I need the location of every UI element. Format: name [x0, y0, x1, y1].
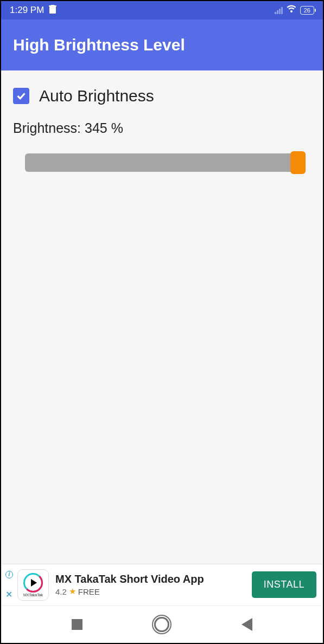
navigation-bar [2, 606, 322, 643]
ad-meta: 4.2 ★ FREE [55, 587, 252, 596]
nav-recents-button[interactable] [66, 614, 88, 635]
ad-banner[interactable]: i ✕ MXTakaTak MX TakaTak Short Video App… [2, 564, 322, 605]
brightness-value-label: Brightness: 345 % [13, 120, 311, 136]
trash-icon [48, 4, 57, 16]
status-left: 1:29 PM [10, 4, 57, 16]
ad-price: FREE [78, 587, 100, 596]
star-icon: ★ [69, 587, 76, 596]
status-time: 1:29 PM [10, 5, 44, 16]
auto-brightness-row[interactable]: Auto Brightness [13, 87, 311, 105]
ad-rating: 4.2 [55, 587, 67, 596]
app-bar: High Brightness Level [1, 20, 323, 70]
nav-home-button[interactable] [151, 614, 173, 635]
content-area: Auto Brightness Brightness: 345 % [1, 70, 323, 189]
status-bar: 1:29 PM 26 [1, 1, 323, 20]
brightness-slider[interactable] [25, 151, 299, 173]
slider-thumb[interactable] [290, 151, 306, 174]
slider-track [25, 153, 299, 172]
ad-markers: i ✕ [5, 571, 13, 599]
battery-icon: 26 [300, 6, 314, 15]
auto-brightness-checkbox[interactable] [13, 88, 29, 104]
status-right: 26 [275, 5, 314, 16]
auto-brightness-label: Auto Brightness [39, 87, 154, 105]
ad-info-icon[interactable]: i [5, 571, 13, 578]
ad-text: MX TakaTak Short Video App 4.2 ★ FREE [55, 573, 252, 596]
ad-title: MX TakaTak Short Video App [55, 573, 252, 585]
signal-icon [275, 7, 283, 14]
ad-app-icon: MXTakaTak [17, 569, 49, 601]
ad-close-icon[interactable]: ✕ [5, 590, 13, 599]
wifi-icon [286, 5, 297, 16]
install-button[interactable]: INSTALL [252, 571, 316, 598]
page-title: High Brightness Level [13, 36, 185, 54]
nav-back-button[interactable] [236, 614, 258, 635]
